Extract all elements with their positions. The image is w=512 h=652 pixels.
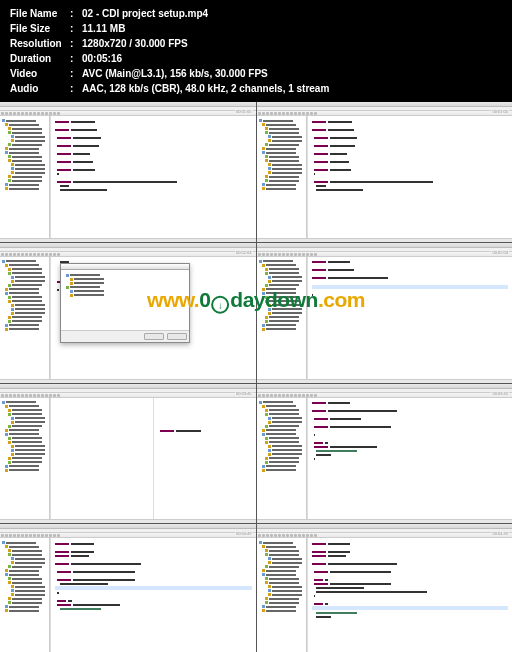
- toolbar-button[interactable]: [282, 253, 285, 256]
- toolbar-button[interactable]: [294, 112, 297, 115]
- tree-item[interactable]: [259, 280, 304, 283]
- toolbar-button[interactable]: [13, 112, 16, 115]
- toolbar-button[interactable]: [294, 534, 297, 537]
- tree-item[interactable]: [259, 589, 304, 592]
- toolbar-button[interactable]: [302, 253, 305, 256]
- tree-item[interactable]: [259, 601, 304, 604]
- tree-item[interactable]: [259, 429, 304, 432]
- ok-button[interactable]: [144, 333, 164, 340]
- tree-item[interactable]: [2, 300, 47, 303]
- toolbar-button[interactable]: [270, 394, 273, 397]
- toolbar-button[interactable]: [21, 112, 24, 115]
- tree-item[interactable]: [259, 187, 304, 190]
- tree-item[interactable]: [259, 268, 304, 271]
- tree-item[interactable]: [2, 449, 47, 452]
- tree-item[interactable]: [2, 433, 47, 436]
- project-explorer[interactable]: [257, 538, 307, 652]
- tree-item[interactable]: [259, 409, 304, 412]
- tree-item[interactable]: [2, 183, 47, 186]
- tree-item[interactable]: [2, 577, 47, 580]
- project-explorer[interactable]: [0, 116, 50, 238]
- toolbar-button[interactable]: [25, 534, 28, 537]
- tree-item[interactable]: [2, 457, 47, 460]
- toolbar-button[interactable]: [314, 534, 317, 537]
- toolbar-button[interactable]: [266, 394, 269, 397]
- toolbar-button[interactable]: [29, 534, 32, 537]
- tree-item[interactable]: [2, 320, 47, 323]
- toolbar-button[interactable]: [1, 253, 4, 256]
- toolbar-button[interactable]: [314, 112, 317, 115]
- toolbar-button[interactable]: [37, 253, 40, 256]
- tree-item[interactable]: [2, 292, 47, 295]
- tree-item[interactable]: [2, 324, 47, 327]
- ide-thumbnail[interactable]: 00:02:03: [257, 243, 513, 383]
- tree-item[interactable]: [259, 171, 304, 174]
- tree-item[interactable]: [259, 272, 304, 275]
- toolbar-button[interactable]: [25, 112, 28, 115]
- tree-item[interactable]: [2, 284, 47, 287]
- tree-item[interactable]: [2, 159, 47, 162]
- toolbar-button[interactable]: [262, 253, 265, 256]
- code-editor[interactable]: [307, 257, 513, 379]
- toolbar-button[interactable]: [9, 253, 12, 256]
- toolbar-button[interactable]: [9, 112, 12, 115]
- toolbar-button[interactable]: [262, 534, 265, 537]
- tree-item[interactable]: [2, 453, 47, 456]
- toolbar-button[interactable]: [49, 394, 52, 397]
- toolbar-button[interactable]: [262, 112, 265, 115]
- toolbar-button[interactable]: [17, 534, 20, 537]
- ide-thumbnail[interactable]: 00:03:45: [0, 384, 256, 524]
- tree-item[interactable]: [2, 413, 47, 416]
- toolbar-button[interactable]: [302, 112, 305, 115]
- tree-item[interactable]: [259, 183, 304, 186]
- tree-item[interactable]: [259, 288, 304, 291]
- toolbar-button[interactable]: [278, 253, 281, 256]
- cancel-button[interactable]: [167, 333, 187, 340]
- tree-item[interactable]: [259, 541, 304, 544]
- tree-item[interactable]: [2, 425, 47, 428]
- tree-item[interactable]: [259, 597, 304, 600]
- toolbar-button[interactable]: [21, 394, 24, 397]
- toolbar-button[interactable]: [37, 394, 40, 397]
- tree-item[interactable]: [2, 429, 47, 432]
- tree-item[interactable]: [259, 549, 304, 552]
- toolbar-button[interactable]: [17, 112, 20, 115]
- tree-item[interactable]: [2, 541, 47, 544]
- toolbar-button[interactable]: [302, 394, 305, 397]
- tree-item[interactable]: [259, 605, 304, 608]
- toolbar-button[interactable]: [49, 534, 52, 537]
- tree-item[interactable]: [259, 312, 304, 315]
- toolbar-button[interactable]: [290, 534, 293, 537]
- toolbar-button[interactable]: [45, 394, 48, 397]
- tree-item[interactable]: [2, 597, 47, 600]
- toolbar-button[interactable]: [290, 112, 293, 115]
- tree-item[interactable]: [2, 465, 47, 468]
- tree-item[interactable]: [64, 282, 186, 285]
- toolbar-button[interactable]: [37, 534, 40, 537]
- ide-thumbnail[interactable]: 00:02:03: [0, 243, 256, 383]
- tree-item[interactable]: [2, 163, 47, 166]
- tree-item[interactable]: [259, 465, 304, 468]
- tree-item[interactable]: [259, 413, 304, 416]
- toolbar-button[interactable]: [1, 534, 4, 537]
- toolbar-button[interactable]: [286, 112, 289, 115]
- toolbar-button[interactable]: [29, 112, 32, 115]
- code-editor[interactable]: [50, 116, 256, 238]
- code-editor[interactable]: [307, 398, 513, 520]
- tree-item[interactable]: [259, 127, 304, 130]
- toolbar-button[interactable]: [294, 394, 297, 397]
- code-editor[interactable]: [50, 538, 256, 652]
- tree-item[interactable]: [259, 260, 304, 263]
- toolbar-button[interactable]: [266, 112, 269, 115]
- toolbar-button[interactable]: [258, 112, 261, 115]
- toolbar-button[interactable]: [310, 112, 313, 115]
- tree-item[interactable]: [2, 581, 47, 584]
- toolbar-button[interactable]: [45, 534, 48, 537]
- class-selector-dialog[interactable]: [60, 263, 190, 343]
- toolbar-button[interactable]: [33, 534, 36, 537]
- tree-item[interactable]: [2, 135, 47, 138]
- code-editor[interactable]: [307, 538, 513, 652]
- toolbar-button[interactable]: [29, 394, 32, 397]
- tree-item[interactable]: [2, 143, 47, 146]
- tree-item[interactable]: [2, 405, 47, 408]
